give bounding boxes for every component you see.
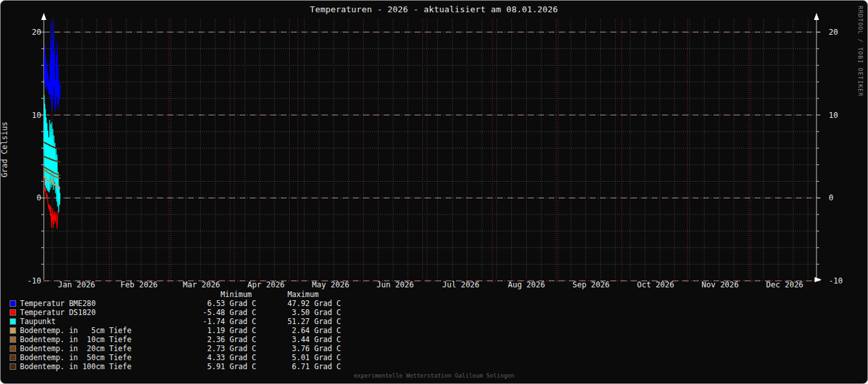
legend-text: Temperatur DS1820 -5.48 Grad C 3.50 Grad… <box>20 308 341 317</box>
x-tick-label: Nov 2026 <box>702 280 739 289</box>
legend-row: Bodentemp. in 5cm Tiefe 1.19 Grad C 2.64… <box>10 326 341 335</box>
legend-row: Bodentemp. in 20cm Tiefe 2.73 Grad C 3.7… <box>10 344 341 353</box>
y-tick-label-left: 10 <box>32 111 41 120</box>
series-line-taupunkt <box>44 95 60 213</box>
legend-row: Temperatur BME280 6.53 Grad C 47.92 Grad… <box>10 299 341 308</box>
legend-text: Bodentemp. in 50cm Tiefe 4.33 Grad C 5.0… <box>20 353 341 362</box>
station-footer: experimentelle Wetterstation Galileum So… <box>1 372 867 379</box>
y-tick-label-right: 20 <box>829 28 838 37</box>
rrdtool-graph: 2020101000-10-10Jan 2026Feb 2026Mar 2026… <box>0 0 868 384</box>
legend-text: Temperatur BME280 6.53 Grad C 47.92 Grad… <box>20 299 341 308</box>
legend-swatch-spacer <box>10 291 16 298</box>
y-axis-title: Grad Celsius <box>0 79 9 220</box>
y-tick-label-left: -10 <box>27 276 41 285</box>
legend-swatch <box>10 354 16 361</box>
rrdtool-watermark: RRDTOOL / TOBI OETIKER <box>857 6 863 97</box>
legend-swatch <box>10 345 16 352</box>
legend-swatch <box>10 309 16 316</box>
legend-text: Taupunkt -1.74 Grad C 51.27 Grad C <box>20 317 341 326</box>
x-tick-label: Aug 2026 <box>508 280 545 289</box>
x-tick-label: Jan 2026 <box>58 280 95 289</box>
legend-row: Bodentemp. in 100cm Tiefe 5.91 Grad C 6.… <box>10 362 341 371</box>
legend-swatch <box>10 300 16 307</box>
chart-title: Temperaturen - 2026 - aktualisiert am 08… <box>1 5 867 14</box>
legend-text: Bodentemp. in 20cm Tiefe 2.73 Grad C 3.7… <box>20 344 341 353</box>
legend-row: Taupunkt -1.74 Grad C 51.27 Grad C <box>10 317 341 326</box>
y-tick-label-right: 10 <box>829 111 838 120</box>
legend-header: Minimum Maximum <box>10 290 341 299</box>
x-tick-label: Mar 2026 <box>183 280 220 289</box>
y-tick-label-left: 20 <box>32 28 41 37</box>
legend: Minimum MaximumTemperatur BME280 6.53 Gr… <box>10 290 341 371</box>
x-tick-label: Apr 2026 <box>247 280 285 289</box>
x-tick-label: May 2026 <box>312 280 350 289</box>
legend-swatch <box>10 336 16 343</box>
legend-swatch <box>10 327 16 334</box>
legend-swatch <box>10 318 16 325</box>
y-tick-label-left: 0 <box>37 193 41 202</box>
x-tick-label: Feb 2026 <box>120 280 158 289</box>
x-tick-label: Oct 2026 <box>637 280 674 289</box>
legend-swatch <box>10 363 16 370</box>
y-tick-label-right: -10 <box>829 276 843 285</box>
x-tick-label: Dec 2026 <box>766 280 804 289</box>
legend-row: Temperatur DS1820 -5.48 Grad C 3.50 Grad… <box>10 308 341 317</box>
x-tick-label: Jun 2026 <box>377 280 414 289</box>
legend-text: Bodentemp. in 10cm Tiefe 2.36 Grad C 3.4… <box>20 335 341 344</box>
legend-text: Bodentemp. in 100cm Tiefe 5.91 Grad C 6.… <box>20 362 341 371</box>
x-tick-label: Sep 2026 <box>572 280 610 289</box>
legend-text: Minimum Maximum <box>20 290 319 299</box>
legend-row: Bodentemp. in 50cm Tiefe 4.33 Grad C 5.0… <box>10 353 341 362</box>
x-axis-arrow <box>815 277 822 282</box>
legend-text: Bodentemp. in 5cm Tiefe 1.19 Grad C 2.64… <box>20 326 341 335</box>
legend-row: Bodentemp. in 10cm Tiefe 2.36 Grad C 3.4… <box>10 335 341 344</box>
x-tick-label: Jul 2026 <box>442 280 480 289</box>
y-tick-label-right: 0 <box>829 193 833 202</box>
